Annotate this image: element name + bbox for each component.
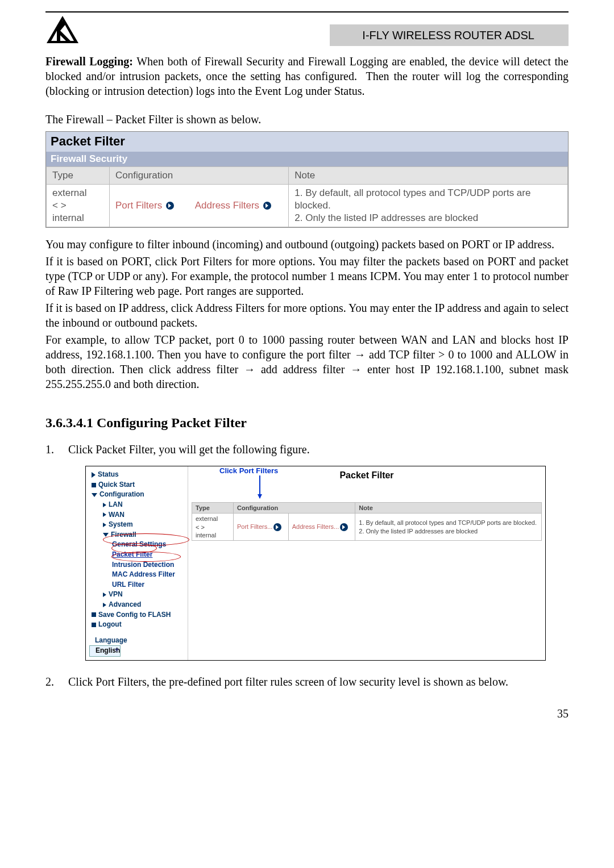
sidebar-item-logout[interactable]: Logout bbox=[89, 620, 184, 630]
play-icon[interactable] bbox=[263, 202, 271, 210]
embed-cell-pf[interactable]: Port Filters... bbox=[234, 514, 289, 541]
triangle-open-icon bbox=[92, 493, 97, 497]
sidebar-item-label: Quick Start bbox=[98, 481, 135, 490]
sidebar-item-lan[interactable]: LAN bbox=[89, 500, 184, 510]
sidebar-item-label: Configuration bbox=[99, 490, 144, 499]
paragraph-firewall-logging: Firewall Logging: When both of Firewall … bbox=[45, 54, 569, 98]
triangle-icon bbox=[103, 603, 106, 607]
sidebar-item-label: VPN bbox=[109, 590, 123, 599]
play-icon[interactable] bbox=[166, 202, 174, 210]
page-header: I-FLY WIRELESS ROUTER ADSL bbox=[45, 15, 569, 46]
step-1-text: Click Packet Filter, you will get the fo… bbox=[68, 442, 310, 457]
sidebar-item-label: LAN bbox=[109, 500, 123, 510]
cell-type: external < > internal bbox=[47, 184, 110, 227]
port-filters-link[interactable]: Port Filters bbox=[115, 200, 162, 211]
paragraph-example: For example, to allow TCP packet, port 0… bbox=[45, 332, 569, 391]
sidebar-item-url-filter[interactable]: URL Filter bbox=[89, 580, 184, 590]
play-icon[interactable] bbox=[273, 523, 281, 531]
step-2: 2. Click Port Filters, the pre-defined p… bbox=[45, 674, 569, 689]
sidebar-item-label: System bbox=[109, 520, 133, 529]
packet-filter-box: Packet Filter Firewall Security Type Con… bbox=[45, 131, 569, 228]
col-configuration: Configuration bbox=[110, 166, 289, 184]
embed-col-note: Note bbox=[355, 503, 542, 514]
top-rule bbox=[45, 11, 569, 12]
address-filters-link[interactable]: Address Filters bbox=[195, 200, 259, 211]
paragraph-ip-based: If it is based on IP address, click Addr… bbox=[45, 301, 569, 330]
sidebar-item-advanced[interactable]: Advanced bbox=[89, 600, 184, 610]
embed-port-filters-link[interactable]: Port Filters... bbox=[237, 523, 272, 530]
sidebar-item-label: Logout bbox=[98, 620, 122, 629]
col-note: Note bbox=[289, 166, 568, 184]
cell-port-filters[interactable]: Port Filters bbox=[110, 184, 189, 227]
arrow-icon bbox=[259, 475, 260, 498]
sidebar-item-save[interactable]: Save Config to FLASH bbox=[89, 610, 184, 620]
triangle-icon bbox=[103, 503, 106, 507]
embed-cell-af[interactable]: Address Filters... bbox=[288, 514, 355, 541]
packet-filter-table: Type Configuration Note external < > int… bbox=[46, 166, 568, 227]
sidebar-item-configuration[interactable]: Configuration bbox=[89, 490, 184, 500]
section-heading: 3.6.3.4.1 Configuring Packet Filter bbox=[45, 414, 569, 432]
sidebar-item-label: Status bbox=[98, 470, 119, 479]
nav-sidebar: Status Quick Start Configuration LAN WAN… bbox=[86, 466, 188, 660]
step-2-text: Click Port Filters, the pre-defined port… bbox=[68, 674, 508, 689]
sidebar-item-mac-filter[interactable]: MAC Address Filter bbox=[89, 570, 184, 580]
sidebar-item-status[interactable]: Status bbox=[89, 470, 184, 480]
triangle-icon bbox=[103, 523, 106, 527]
embed-table: Type Configuration Note external < > int… bbox=[192, 502, 542, 541]
embedded-screenshot: Click Port Filters Status Quick Start Co… bbox=[85, 466, 546, 661]
cell-note: 1. By default, all protocol types and TC… bbox=[289, 184, 568, 227]
doc-title: I-FLY WIRELESS ROUTER ADSL bbox=[330, 24, 569, 46]
cell-address-filters[interactable]: Address Filters bbox=[189, 184, 289, 227]
embed-cell-type: external < > internal bbox=[192, 514, 234, 541]
square-icon bbox=[92, 483, 96, 487]
sidebar-item-wan[interactable]: WAN bbox=[89, 510, 184, 520]
sidebar-item-quickstart[interactable]: Quick Start bbox=[89, 480, 184, 490]
step-1-number: 1. bbox=[45, 442, 68, 457]
square-icon bbox=[92, 623, 96, 627]
paragraph-port-based: If it is based on PORT, click Port Filte… bbox=[45, 254, 569, 298]
paragraph-intro: The Firewall – Packet Filter is shown as… bbox=[45, 112, 569, 127]
embed-main: Packet Filter Type Configuration Note ex… bbox=[188, 466, 545, 660]
step-2-number: 2. bbox=[45, 674, 68, 689]
embed-col-type: Type bbox=[192, 503, 234, 514]
embed-col-config: Configuration bbox=[234, 503, 355, 514]
play-icon[interactable] bbox=[340, 523, 348, 531]
triangle-icon bbox=[103, 512, 106, 517]
embed-cell-note: 1. By default, all protocol types and TC… bbox=[355, 514, 542, 541]
logo-icon bbox=[45, 15, 80, 46]
sidebar-item-label: Advanced bbox=[109, 600, 141, 610]
square-icon bbox=[92, 612, 96, 617]
packet-filter-title: Packet Filter bbox=[46, 132, 568, 152]
paragraph-configure: You may configure to filter inbound (inc… bbox=[45, 237, 569, 252]
triangle-icon bbox=[103, 592, 106, 597]
step-1: 1. Click Packet Filter, you will get the… bbox=[45, 442, 569, 457]
sidebar-item-system[interactable]: System bbox=[89, 520, 184, 530]
sidebar-item-label: WAN bbox=[109, 511, 125, 520]
callout-label: Click Port Filters bbox=[219, 466, 278, 476]
triangle-icon bbox=[92, 472, 96, 478]
sidebar-item-vpn[interactable]: VPN bbox=[89, 590, 184, 600]
sidebar-item-label: Save Config to FLASH bbox=[98, 611, 171, 620]
language-label: Language bbox=[89, 636, 184, 646]
page-number: 35 bbox=[45, 706, 569, 721]
col-type: Type bbox=[47, 166, 110, 184]
firewall-security-subtitle: Firewall Security bbox=[46, 152, 568, 166]
language-select[interactable]: English bbox=[89, 645, 121, 657]
embed-address-filters-link[interactable]: Address Filters... bbox=[292, 523, 339, 530]
